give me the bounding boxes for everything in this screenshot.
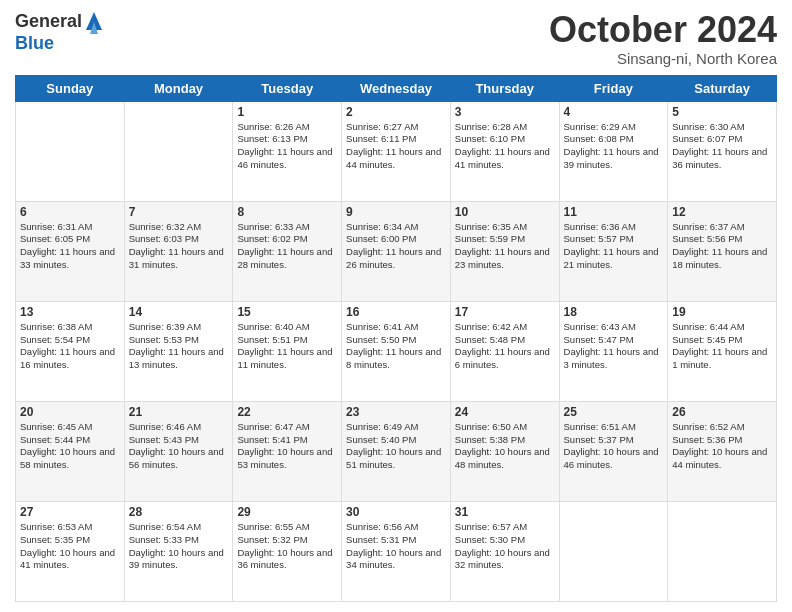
day-info: Sunrise: 6:51 AM Sunset: 5:37 PM Dayligh… (564, 421, 664, 472)
day-number: 15 (237, 305, 337, 319)
col-saturday: Saturday (668, 75, 777, 101)
logo-blue: Blue (15, 34, 104, 54)
day-info: Sunrise: 6:55 AM Sunset: 5:32 PM Dayligh… (237, 521, 337, 572)
table-row: 26Sunrise: 6:52 AM Sunset: 5:36 PM Dayli… (668, 401, 777, 501)
table-row (16, 101, 125, 201)
day-info: Sunrise: 6:42 AM Sunset: 5:48 PM Dayligh… (455, 321, 555, 372)
logo-icon (84, 10, 104, 34)
table-row: 1Sunrise: 6:26 AM Sunset: 6:13 PM Daylig… (233, 101, 342, 201)
day-number: 7 (129, 205, 229, 219)
table-row (559, 501, 668, 601)
day-number: 16 (346, 305, 446, 319)
col-tuesday: Tuesday (233, 75, 342, 101)
day-info: Sunrise: 6:31 AM Sunset: 6:05 PM Dayligh… (20, 221, 120, 272)
week-row-3: 13Sunrise: 6:38 AM Sunset: 5:54 PM Dayli… (16, 301, 777, 401)
day-info: Sunrise: 6:32 AM Sunset: 6:03 PM Dayligh… (129, 221, 229, 272)
calendar-header-row: Sunday Monday Tuesday Wednesday Thursday… (16, 75, 777, 101)
day-info: Sunrise: 6:30 AM Sunset: 6:07 PM Dayligh… (672, 121, 772, 172)
day-info: Sunrise: 6:44 AM Sunset: 5:45 PM Dayligh… (672, 321, 772, 372)
table-row: 2Sunrise: 6:27 AM Sunset: 6:11 PM Daylig… (342, 101, 451, 201)
day-number: 27 (20, 505, 120, 519)
table-row: 6Sunrise: 6:31 AM Sunset: 6:05 PM Daylig… (16, 201, 125, 301)
day-number: 14 (129, 305, 229, 319)
logo-general: General (15, 12, 82, 32)
title-area: October 2024 Sinsang-ni, North Korea (549, 10, 777, 67)
table-row: 27Sunrise: 6:53 AM Sunset: 5:35 PM Dayli… (16, 501, 125, 601)
logo: General Blue (15, 10, 104, 54)
table-row: 28Sunrise: 6:54 AM Sunset: 5:33 PM Dayli… (124, 501, 233, 601)
table-row: 19Sunrise: 6:44 AM Sunset: 5:45 PM Dayli… (668, 301, 777, 401)
col-monday: Monday (124, 75, 233, 101)
day-number: 31 (455, 505, 555, 519)
day-number: 13 (20, 305, 120, 319)
subtitle: Sinsang-ni, North Korea (549, 50, 777, 67)
day-number: 18 (564, 305, 664, 319)
table-row: 29Sunrise: 6:55 AM Sunset: 5:32 PM Dayli… (233, 501, 342, 601)
day-number: 24 (455, 405, 555, 419)
day-number: 5 (672, 105, 772, 119)
day-number: 3 (455, 105, 555, 119)
day-number: 30 (346, 505, 446, 519)
day-number: 21 (129, 405, 229, 419)
day-info: Sunrise: 6:57 AM Sunset: 5:30 PM Dayligh… (455, 521, 555, 572)
table-row: 10Sunrise: 6:35 AM Sunset: 5:59 PM Dayli… (450, 201, 559, 301)
table-row: 4Sunrise: 6:29 AM Sunset: 6:08 PM Daylig… (559, 101, 668, 201)
day-info: Sunrise: 6:56 AM Sunset: 5:31 PM Dayligh… (346, 521, 446, 572)
logo-text: General Blue (15, 10, 104, 54)
week-row-5: 27Sunrise: 6:53 AM Sunset: 5:35 PM Dayli… (16, 501, 777, 601)
day-info: Sunrise: 6:35 AM Sunset: 5:59 PM Dayligh… (455, 221, 555, 272)
table-row: 24Sunrise: 6:50 AM Sunset: 5:38 PM Dayli… (450, 401, 559, 501)
day-info: Sunrise: 6:27 AM Sunset: 6:11 PM Dayligh… (346, 121, 446, 172)
table-row: 16Sunrise: 6:41 AM Sunset: 5:50 PM Dayli… (342, 301, 451, 401)
col-thursday: Thursday (450, 75, 559, 101)
table-row: 3Sunrise: 6:28 AM Sunset: 6:10 PM Daylig… (450, 101, 559, 201)
day-info: Sunrise: 6:41 AM Sunset: 5:50 PM Dayligh… (346, 321, 446, 372)
month-title: October 2024 (549, 10, 777, 50)
day-info: Sunrise: 6:52 AM Sunset: 5:36 PM Dayligh… (672, 421, 772, 472)
day-number: 9 (346, 205, 446, 219)
day-number: 19 (672, 305, 772, 319)
day-info: Sunrise: 6:43 AM Sunset: 5:47 PM Dayligh… (564, 321, 664, 372)
day-info: Sunrise: 6:46 AM Sunset: 5:43 PM Dayligh… (129, 421, 229, 472)
day-number: 4 (564, 105, 664, 119)
table-row: 25Sunrise: 6:51 AM Sunset: 5:37 PM Dayli… (559, 401, 668, 501)
day-info: Sunrise: 6:45 AM Sunset: 5:44 PM Dayligh… (20, 421, 120, 472)
day-number: 28 (129, 505, 229, 519)
day-number: 12 (672, 205, 772, 219)
day-number: 1 (237, 105, 337, 119)
table-row: 15Sunrise: 6:40 AM Sunset: 5:51 PM Dayli… (233, 301, 342, 401)
table-row: 21Sunrise: 6:46 AM Sunset: 5:43 PM Dayli… (124, 401, 233, 501)
day-info: Sunrise: 6:53 AM Sunset: 5:35 PM Dayligh… (20, 521, 120, 572)
day-number: 17 (455, 305, 555, 319)
day-info: Sunrise: 6:28 AM Sunset: 6:10 PM Dayligh… (455, 121, 555, 172)
table-row: 31Sunrise: 6:57 AM Sunset: 5:30 PM Dayli… (450, 501, 559, 601)
table-row: 12Sunrise: 6:37 AM Sunset: 5:56 PM Dayli… (668, 201, 777, 301)
day-info: Sunrise: 6:29 AM Sunset: 6:08 PM Dayligh… (564, 121, 664, 172)
table-row: 13Sunrise: 6:38 AM Sunset: 5:54 PM Dayli… (16, 301, 125, 401)
day-info: Sunrise: 6:50 AM Sunset: 5:38 PM Dayligh… (455, 421, 555, 472)
table-row: 8Sunrise: 6:33 AM Sunset: 6:02 PM Daylig… (233, 201, 342, 301)
day-info: Sunrise: 6:39 AM Sunset: 5:53 PM Dayligh… (129, 321, 229, 372)
week-row-2: 6Sunrise: 6:31 AM Sunset: 6:05 PM Daylig… (16, 201, 777, 301)
table-row (124, 101, 233, 201)
day-number: 6 (20, 205, 120, 219)
day-info: Sunrise: 6:37 AM Sunset: 5:56 PM Dayligh… (672, 221, 772, 272)
table-row: 5Sunrise: 6:30 AM Sunset: 6:07 PM Daylig… (668, 101, 777, 201)
col-wednesday: Wednesday (342, 75, 451, 101)
day-number: 10 (455, 205, 555, 219)
table-row: 22Sunrise: 6:47 AM Sunset: 5:41 PM Dayli… (233, 401, 342, 501)
day-number: 26 (672, 405, 772, 419)
table-row: 11Sunrise: 6:36 AM Sunset: 5:57 PM Dayli… (559, 201, 668, 301)
day-number: 23 (346, 405, 446, 419)
table-row: 14Sunrise: 6:39 AM Sunset: 5:53 PM Dayli… (124, 301, 233, 401)
day-number: 29 (237, 505, 337, 519)
day-info: Sunrise: 6:40 AM Sunset: 5:51 PM Dayligh… (237, 321, 337, 372)
day-info: Sunrise: 6:49 AM Sunset: 5:40 PM Dayligh… (346, 421, 446, 472)
day-number: 11 (564, 205, 664, 219)
table-row: 23Sunrise: 6:49 AM Sunset: 5:40 PM Dayli… (342, 401, 451, 501)
table-row: 9Sunrise: 6:34 AM Sunset: 6:00 PM Daylig… (342, 201, 451, 301)
table-row: 7Sunrise: 6:32 AM Sunset: 6:03 PM Daylig… (124, 201, 233, 301)
table-row: 17Sunrise: 6:42 AM Sunset: 5:48 PM Dayli… (450, 301, 559, 401)
col-friday: Friday (559, 75, 668, 101)
week-row-4: 20Sunrise: 6:45 AM Sunset: 5:44 PM Dayli… (16, 401, 777, 501)
